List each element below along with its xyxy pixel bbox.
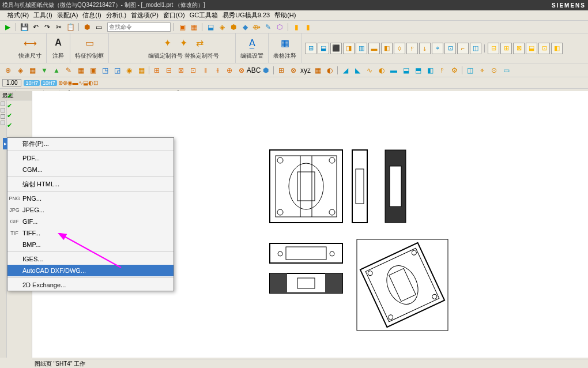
svg-point-17 [330, 251, 334, 256]
table-note-icon[interactable]: ▦ [278, 36, 292, 50]
svg-point-5 [329, 209, 335, 215]
rt-4[interactable]: ◨ [343, 43, 355, 54]
rt-12[interactable]: ⊡ [444, 43, 456, 54]
ribbon: ⟷ 快速尺寸 A 注释 ▭ 特征控制框 ✦ ✦ ⇄ 编辑定制符号 替换定制符号 … [0, 33, 588, 63]
svg-rect-22 [357, 239, 448, 331]
rt-10[interactable]: ⫰ [419, 43, 431, 54]
start-icon[interactable]: ▶ [2, 22, 13, 32]
menu-window[interactable]: 窗口(O) [161, 11, 187, 20]
svg-rect-15 [286, 247, 326, 260]
svg-point-6 [289, 163, 323, 209]
replace-sym-icon[interactable]: ⇄ [193, 36, 207, 50]
copy-icon[interactable]: 📋 [65, 22, 76, 32]
tool-g-icon[interactable]: ⟴ [251, 22, 262, 32]
menu-tools[interactable]: 工具(I) [32, 11, 54, 20]
menu-info[interactable]: 信息(I) [81, 11, 103, 20]
tolerance-tag-1[interactable]: 10H7 [24, 80, 40, 86]
menu-ug-mold[interactable]: 易秀UG模具9.23 [221, 11, 272, 20]
redo-icon[interactable]: ↷ [42, 22, 52, 32]
tool-e-icon[interactable]: ⬢ [228, 22, 239, 32]
svg-point-29 [387, 314, 394, 320]
save-icon[interactable]: 💾 [19, 22, 29, 32]
svg-rect-23 [360, 243, 444, 327]
ribbon-group-edit-settings: A̲ 编辑设置 [236, 33, 269, 63]
rt-19[interactable]: ⊡ [538, 43, 550, 54]
rt-1[interactable]: ⊞ [305, 43, 316, 54]
svg-rect-0 [270, 150, 342, 223]
rt-14[interactable]: ◫ [470, 43, 481, 54]
zoom-value[interactable]: 1.00 [2, 79, 21, 87]
search-input[interactable] [107, 22, 171, 32]
check-4-icon[interactable]: ✔ [7, 122, 30, 129]
rt-6[interactable]: ▬ [368, 43, 380, 54]
svg-point-16 [278, 251, 282, 256]
note-icon[interactable]: A [51, 36, 65, 50]
menu-item-png[interactable]: PNGPNG... [7, 193, 174, 204]
svg-rect-21 [297, 278, 315, 288]
tool-d-icon[interactable]: ◈ [217, 22, 227, 32]
edit-sym-icon[interactable]: ✦ [177, 36, 191, 50]
rt-15[interactable]: ⊟ [488, 43, 499, 54]
svg-point-25 [381, 261, 424, 310]
menu-item-gif[interactable]: GIFGIF... [7, 216, 174, 227]
fcf-icon[interactable]: ▭ [82, 36, 96, 50]
menu-item-jpeg[interactable]: JPGJPEG... [7, 204, 174, 216]
rt-18[interactable]: ⬓ [526, 43, 537, 54]
menu-item-pdf[interactable]: PDF... [7, 152, 174, 164]
menu-preferences[interactable]: 首选项(P) [129, 11, 160, 20]
rt-11[interactable]: ⌖ [432, 43, 443, 54]
check-2-icon[interactable]: ✔ [7, 102, 30, 110]
svg-point-4 [277, 209, 283, 215]
rt-7[interactable]: ◧ [381, 43, 393, 54]
toolbar-row-1: ⊕◈▦▼▲✎▦▣◳◲◉▦ ⊞⊟⊠⊡⫴⫵⊕⊗ABC⬢ ⊞⊗xyz▦◐ ◢◣∿◐▬⬓… [0, 63, 588, 77]
cut-icon[interactable]: ✂ [54, 22, 64, 32]
rt-5[interactable]: ▥ [356, 43, 367, 54]
tool-c-icon[interactable]: ⬓ [205, 22, 216, 32]
svg-point-28 [411, 250, 417, 256]
tool-b-icon[interactable]: ▦ [189, 22, 199, 32]
svg-rect-20 [325, 273, 342, 293]
menu-item-html[interactable]: 编创 HTML... [7, 178, 174, 190]
menu-analysis[interactable]: 分析(L) [104, 11, 128, 20]
rt-17[interactable]: ⊠ [513, 43, 525, 54]
ribbon-group-table-note: ▦ 表格注释 [269, 33, 301, 63]
tool-j-icon[interactable]: ▮ [291, 22, 301, 32]
menu-item-cgm[interactable]: CGM... [7, 164, 174, 175]
svg-point-27 [367, 270, 374, 276]
rt-2[interactable]: ⬓ [318, 43, 329, 54]
svg-rect-10 [352, 150, 367, 223]
tool-h-icon[interactable]: ✎ [263, 22, 273, 32]
check-3-icon[interactable]: ✔ [7, 112, 30, 119]
svg-point-3 [329, 157, 335, 163]
menu-gc-toolbox[interactable]: GC工具箱 [188, 11, 220, 20]
rt-13[interactable]: ⌐ [457, 43, 469, 54]
undo-icon[interactable]: ↶ [31, 22, 41, 32]
tool-a-icon[interactable]: ▣ [177, 22, 187, 32]
svg-point-2 [277, 157, 283, 163]
tool-k-icon[interactable]: ▮ [303, 22, 313, 32]
custom-sym-icon[interactable]: ✦ [161, 36, 175, 50]
check-1-icon[interactable]: ✔ [7, 92, 30, 100]
assembly-icon[interactable]: ⬢ [82, 22, 92, 32]
svg-point-30 [431, 294, 438, 300]
rt-20[interactable]: ◧ [551, 43, 563, 54]
tolerance-tag-2[interactable]: 10H7 [41, 80, 57, 86]
menu-assembly[interactable]: 装配(A) [55, 11, 80, 20]
drawing-view-front [269, 242, 344, 264]
rt-3[interactable]: ⬛ [330, 43, 342, 54]
rt-8[interactable]: ◊ [394, 43, 405, 54]
drawing-view-side2 [384, 149, 407, 224]
menu-format[interactable]: 格式(R) [6, 11, 31, 20]
text-settings-icon[interactable]: A̲ [245, 36, 259, 50]
menu-item-part[interactable]: ▸ 部件(P)... [7, 138, 174, 149]
tool-f-icon[interactable]: ◆ [240, 22, 250, 32]
rt-9[interactable]: ⫯ [406, 43, 418, 54]
drawing-view-top [269, 149, 344, 224]
window-icon[interactable]: ▭ [93, 22, 104, 32]
quick-dim-icon[interactable]: ⟷ [23, 36, 37, 50]
rt-16[interactable]: ⊞ [500, 43, 512, 54]
menu-item-2d-exchange[interactable]: 2D Exchange... [7, 279, 174, 291]
menu-help[interactable]: 帮助(H) [273, 11, 297, 20]
svg-rect-14 [270, 243, 342, 263]
tool-i-icon[interactable]: ⬡ [274, 22, 285, 32]
